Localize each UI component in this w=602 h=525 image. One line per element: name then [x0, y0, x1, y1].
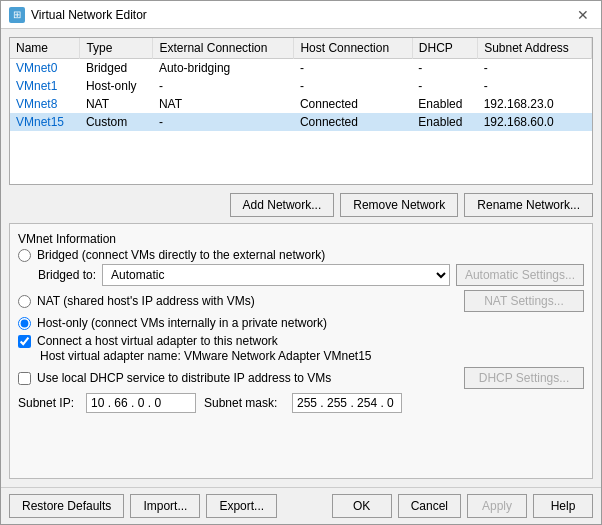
bridged-to-select[interactable]: Automatic: [102, 264, 450, 286]
rename-network-button[interactable]: Rename Network...: [464, 193, 593, 217]
network-table-container: Name Type External Connection Host Conne…: [9, 37, 593, 185]
col-host: Host Connection: [294, 38, 412, 59]
connect-adapter-row: Connect a host virtual adapter to this n…: [18, 334, 584, 348]
dhcp-settings-button[interactable]: DHCP Settings...: [464, 367, 584, 389]
vmnet-info-section: VMnet Information Bridged (connect VMs d…: [9, 223, 593, 479]
subnet-row: Subnet IP: Subnet mask:: [18, 393, 584, 413]
bottom-bar: Restore Defaults Import... Export... OK …: [1, 487, 601, 524]
automatic-settings-button[interactable]: Automatic Settings...: [456, 264, 584, 286]
cancel-button[interactable]: Cancel: [398, 494, 461, 518]
titlebar: ⊞ Virtual Network Editor ✕: [1, 1, 601, 29]
bridged-label[interactable]: Bridged (connect VMs directly to the ext…: [37, 248, 325, 262]
host-only-radio[interactable]: [18, 317, 31, 330]
subnet-mask-label: Subnet mask:: [204, 396, 284, 410]
export-button[interactable]: Export...: [206, 494, 277, 518]
col-subnet: Subnet Address: [478, 38, 592, 59]
vmnet-info-label: VMnet Information: [18, 232, 584, 246]
nat-settings-button[interactable]: NAT Settings...: [464, 290, 584, 312]
help-button[interactable]: Help: [533, 494, 593, 518]
host-only-radio-row: Host-only (connect VMs internally in a p…: [18, 316, 584, 330]
main-content: Name Type External Connection Host Conne…: [1, 29, 601, 487]
dhcp-checkbox[interactable]: [18, 372, 31, 385]
connect-adapter-checkbox[interactable]: [18, 335, 31, 348]
dhcp-label[interactable]: Use local DHCP service to distribute IP …: [37, 371, 331, 385]
col-type: Type: [80, 38, 153, 59]
network-action-buttons: Add Network... Remove Network Rename Net…: [9, 193, 593, 217]
table-row[interactable]: VMnet8NATNATConnectedEnabled192.168.23.0: [10, 95, 592, 113]
bridged-radio-row: Bridged (connect VMs directly to the ext…: [18, 248, 584, 262]
remove-network-button[interactable]: Remove Network: [340, 193, 458, 217]
bridged-to-label: Bridged to:: [38, 268, 96, 282]
network-table: Name Type External Connection Host Conne…: [10, 38, 592, 131]
nat-label[interactable]: NAT (shared host's IP address with VMs): [37, 294, 255, 308]
main-window: ⊞ Virtual Network Editor ✕ Name Type Ext…: [0, 0, 602, 525]
import-button[interactable]: Import...: [130, 494, 200, 518]
ok-button[interactable]: OK: [332, 494, 392, 518]
col-name: Name: [10, 38, 80, 59]
window-title: Virtual Network Editor: [31, 8, 573, 22]
adapter-name-label: Host virtual adapter name: VMware Networ…: [40, 349, 372, 363]
bottom-bar-left: Restore Defaults Import... Export...: [9, 494, 277, 518]
table-row[interactable]: VMnet1Host-only----: [10, 77, 592, 95]
subnet-ip-label: Subnet IP:: [18, 396, 78, 410]
bridged-to-row: Bridged to: Automatic Automatic Settings…: [38, 264, 584, 286]
close-button[interactable]: ✕: [573, 5, 593, 25]
restore-defaults-button[interactable]: Restore Defaults: [9, 494, 124, 518]
table-row[interactable]: VMnet0BridgedAuto-bridging---: [10, 59, 592, 78]
nat-radio-row: NAT (shared host's IP address with VMs) …: [18, 290, 584, 312]
connect-adapter-label[interactable]: Connect a host virtual adapter to this n…: [37, 334, 278, 348]
add-network-button[interactable]: Add Network...: [230, 193, 335, 217]
host-only-label[interactable]: Host-only (connect VMs internally in a p…: [37, 316, 327, 330]
bottom-bar-right: OK Cancel Apply Help: [332, 494, 593, 518]
subnet-mask-input[interactable]: [292, 393, 402, 413]
col-external: External Connection: [153, 38, 294, 59]
apply-button[interactable]: Apply: [467, 494, 527, 518]
table-row[interactable]: VMnet15Custom-ConnectedEnabled192.168.60…: [10, 113, 592, 131]
subnet-ip-input[interactable]: [86, 393, 196, 413]
dhcp-checkbox-row: Use local DHCP service to distribute IP …: [18, 367, 584, 389]
col-dhcp: DHCP: [412, 38, 477, 59]
nat-radio[interactable]: [18, 295, 31, 308]
adapter-name-row: Host virtual adapter name: VMware Networ…: [40, 349, 584, 363]
app-icon: ⊞: [9, 7, 25, 23]
bridged-radio[interactable]: [18, 249, 31, 262]
